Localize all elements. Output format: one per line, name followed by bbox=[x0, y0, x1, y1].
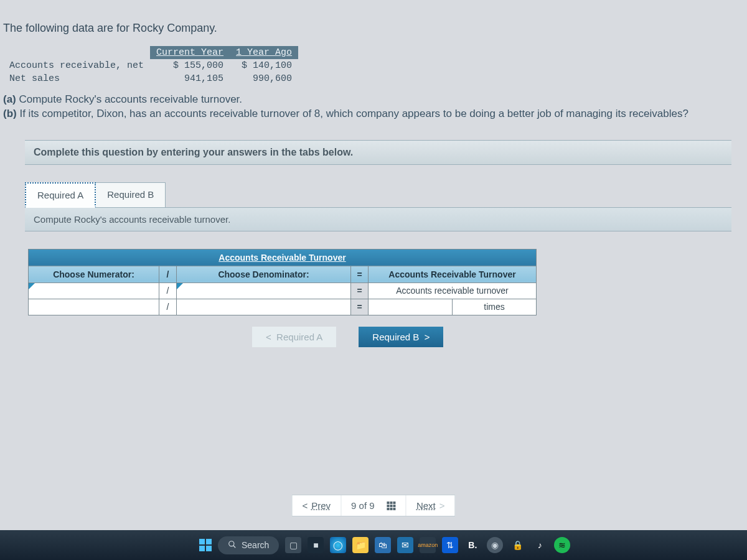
table-row: Net sales 941,105 990,600 bbox=[3, 72, 298, 85]
search-icon bbox=[228, 540, 237, 551]
explorer-icon[interactable]: 📁 bbox=[352, 537, 369, 553]
dropbox-icon[interactable]: ⇅ bbox=[442, 537, 458, 553]
question-block: (a) Compute Rocky's accounts receivable … bbox=[3, 93, 741, 121]
chevron-left-icon: < bbox=[266, 332, 276, 342]
svg-point-0 bbox=[229, 541, 234, 546]
edge-icon[interactable]: ◯ bbox=[330, 537, 346, 553]
denominator-select-1[interactable] bbox=[177, 282, 351, 299]
spotify-icon[interactable]: ≋ bbox=[554, 537, 570, 553]
windows-taskbar: Search ▢ ■ ◯ 📁 🛍 ✉ amazon ⇅ B. ◉ 🔒 ♪ ≋ bbox=[0, 530, 747, 560]
tiktok-icon[interactable]: ♪ bbox=[532, 537, 548, 553]
app-icon-circle[interactable]: ◉ bbox=[487, 537, 503, 553]
chevron-left-icon: < bbox=[302, 500, 308, 511]
task-view-icon[interactable]: ▢ bbox=[285, 537, 301, 553]
taskbar-search[interactable]: Search bbox=[218, 536, 279, 554]
result-unit: times bbox=[453, 299, 537, 315]
intro-text: The following data are for Rocky Company… bbox=[3, 22, 741, 35]
col-header-current: Current Year bbox=[150, 46, 230, 59]
tab-required-a[interactable]: Required A bbox=[25, 182, 96, 208]
mail-icon[interactable]: ✉ bbox=[397, 537, 413, 553]
calculation-table: Accounts Receivable Turnover Choose Nume… bbox=[28, 249, 537, 315]
pager-position: 9 of 9 bbox=[341, 495, 406, 516]
app-icon[interactable]: ■ bbox=[308, 537, 324, 553]
store-icon[interactable]: 🛍 bbox=[375, 537, 391, 553]
svg-line-1 bbox=[233, 545, 236, 548]
start-button[interactable] bbox=[199, 539, 212, 551]
chevron-right-icon: > bbox=[439, 500, 445, 511]
financial-data-table: Current Year 1 Year Ago Accounts receiva… bbox=[3, 46, 298, 85]
security-icon[interactable]: 🔒 bbox=[509, 537, 525, 553]
col-equals: = bbox=[351, 266, 369, 282]
pager-next[interactable]: Next > bbox=[406, 495, 455, 516]
col-result: Accounts Receivable Turnover bbox=[369, 266, 537, 282]
amazon-icon[interactable]: amazon bbox=[420, 537, 436, 553]
prev-step-button: < Required A bbox=[252, 327, 336, 347]
next-step-button[interactable]: Required B > bbox=[359, 327, 443, 347]
tab-required-b[interactable]: Required B bbox=[95, 182, 166, 207]
result-input[interactable] bbox=[369, 299, 453, 315]
row-label: Accounts receivable, net bbox=[3, 59, 150, 72]
pager: < Prev 9 of 9 Next > bbox=[291, 495, 455, 516]
denominator-input[interactable] bbox=[177, 299, 351, 315]
row-label: Net sales bbox=[3, 72, 150, 85]
numerator-select-1[interactable] bbox=[29, 282, 159, 299]
numerator-input[interactable] bbox=[29, 299, 159, 315]
chevron-right-icon: > bbox=[419, 332, 430, 342]
col-numerator: Choose Numerator: bbox=[29, 266, 159, 282]
tab-subheader: Compute Rocky's accounts receivable turn… bbox=[25, 208, 731, 231]
col-header-prior: 1 Year Ago bbox=[230, 46, 298, 59]
col-slash: / bbox=[159, 266, 177, 282]
result-label: Accounts receivable turnover bbox=[369, 282, 537, 299]
grid-icon[interactable] bbox=[387, 502, 396, 510]
tabs-row: Required A Required B bbox=[25, 182, 731, 208]
table-row: Accounts receivable, net $ 155,000 $ 140… bbox=[3, 59, 298, 72]
calc-header-top: Accounts Receivable Turnover bbox=[29, 249, 537, 266]
pager-prev[interactable]: < Prev bbox=[292, 495, 341, 516]
app-b-icon[interactable]: B. bbox=[464, 537, 481, 553]
instruction-bar: Complete this question by entering your … bbox=[25, 140, 731, 165]
col-denominator: Choose Denominator: bbox=[177, 266, 351, 282]
